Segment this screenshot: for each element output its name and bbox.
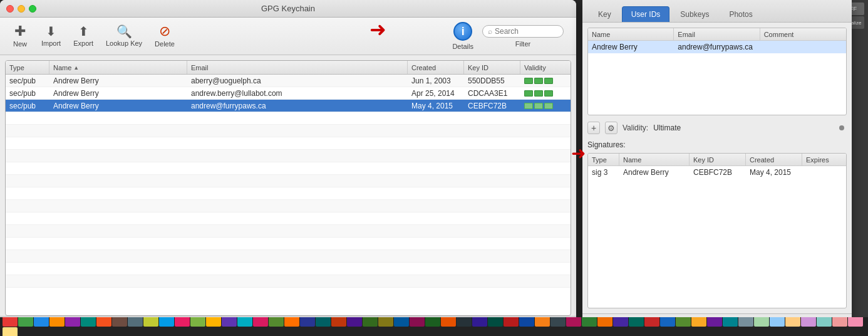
- validity-bar: [544, 103, 553, 109]
- taskbar-item[interactable]: [660, 317, 675, 327]
- uid-name: Andrew Berry: [588, 41, 674, 53]
- table-row-empty: [6, 125, 571, 137]
- sig-col-type: Type: [588, 154, 619, 165]
- details-button[interactable]: i Details: [446, 19, 480, 53]
- taskbar-item[interactable]: [457, 317, 472, 327]
- uid-col-comment: Comment: [760, 28, 846, 40]
- table-row[interactable]: sec/pub Andrew Berry andrew.berry@lullab…: [6, 87, 571, 100]
- add-user-id-button[interactable]: +: [587, 122, 600, 134]
- taskbar-item[interactable]: [222, 317, 237, 327]
- uid-email: andrew@furrypaws.ca: [674, 41, 760, 53]
- tab-key[interactable]: Key: [589, 6, 621, 22]
- signatures-table: Type Name Key ID Created Expires sig 3 A…: [587, 153, 847, 308]
- col-name: Name ▲: [49, 61, 187, 74]
- taskbar-item[interactable]: [190, 317, 205, 327]
- taskbar-item[interactable]: [425, 317, 440, 327]
- taskbar-item[interactable]: [613, 317, 628, 327]
- taskbar-item[interactable]: [143, 317, 158, 327]
- table-row[interactable]: sec/pub Andrew Berry andrew@furrypaws.ca…: [6, 100, 571, 112]
- validity-bar: [524, 78, 533, 84]
- taskbar-item[interactable]: [34, 317, 49, 327]
- taskbar-item[interactable]: [566, 317, 581, 327]
- taskbar-item[interactable]: [3, 327, 18, 337]
- uid-comment: [760, 41, 846, 53]
- maximize-button[interactable]: [29, 5, 36, 13]
- taskbar-item[interactable]: [550, 317, 566, 327]
- taskbar-item[interactable]: [128, 317, 143, 327]
- taskbar-item[interactable]: [300, 317, 315, 327]
- taskbar-item[interactable]: [159, 317, 174, 327]
- taskbar-item[interactable]: [253, 317, 268, 327]
- taskbar-item[interactable]: [441, 317, 456, 327]
- taskbar-item[interactable]: [410, 317, 425, 327]
- taskbar-item[interactable]: [738, 317, 753, 327]
- filter-label: Filter: [515, 40, 530, 48]
- taskbar-item[interactable]: [96, 317, 111, 327]
- taskbar-item[interactable]: [597, 317, 612, 327]
- taskbar-item[interactable]: [691, 317, 706, 327]
- validity-bar: [544, 90, 553, 97]
- taskbar-item[interactable]: [472, 317, 487, 327]
- close-button[interactable]: [6, 5, 14, 13]
- tab-user-ids[interactable]: User IDs: [622, 6, 670, 22]
- taskbar-item[interactable]: [832, 317, 847, 327]
- taskbar-item[interactable]: [504, 317, 519, 327]
- taskbar-item[interactable]: [817, 317, 832, 327]
- new-label: New: [13, 40, 27, 48]
- taskbar-item[interactable]: [535, 317, 550, 327]
- taskbar-item[interactable]: [801, 317, 816, 327]
- export-label: Export: [73, 39, 93, 47]
- sig-col-name: Name: [619, 154, 690, 165]
- taskbar-item[interactable]: [848, 317, 863, 327]
- taskbar-item[interactable]: [644, 317, 659, 327]
- taskbar-item[interactable]: [770, 317, 785, 327]
- taskbar-item[interactable]: [363, 317, 378, 327]
- taskbar-item[interactable]: [378, 317, 393, 327]
- taskbar-item[interactable]: [49, 317, 65, 327]
- taskbar-item[interactable]: [582, 317, 597, 327]
- gear-button[interactable]: ⚙: [605, 122, 617, 134]
- taskbar-item[interactable]: [284, 317, 299, 327]
- taskbar-item[interactable]: [112, 317, 127, 327]
- taskbar-item[interactable]: [707, 317, 722, 327]
- sig-col-created: Created: [746, 154, 802, 165]
- taskbar-item[interactable]: [18, 317, 33, 327]
- sig-header: Type Name Key ID Created Expires: [588, 154, 846, 166]
- new-button[interactable]: ✚ New: [6, 22, 34, 50]
- export-button[interactable]: ⬆ Export: [68, 23, 98, 50]
- export-icon: ⬆: [78, 25, 89, 38]
- sig-row[interactable]: sig 3 Andrew Berry CEBFC72B May 4, 2015: [588, 166, 846, 179]
- taskbar-item[interactable]: [676, 317, 691, 327]
- search-box: ⌕ Filter: [482, 25, 564, 48]
- delete-button[interactable]: ⊘ Delete: [150, 22, 180, 50]
- taskbar-item[interactable]: [723, 317, 738, 327]
- taskbar-item[interactable]: [394, 317, 409, 327]
- taskbar-item[interactable]: [519, 317, 534, 327]
- taskbar-item[interactable]: [347, 317, 362, 327]
- row2-validity: [520, 87, 571, 99]
- taskbar-item[interactable]: [269, 317, 284, 327]
- taskbar-item[interactable]: [785, 317, 800, 327]
- taskbar-item[interactable]: [331, 317, 346, 327]
- taskbar-item[interactable]: [206, 317, 221, 327]
- row2-created: Apr 25, 2014: [408, 87, 464, 99]
- taskbar-item[interactable]: [629, 317, 644, 327]
- search-input[interactable]: [495, 27, 551, 36]
- import-button[interactable]: ⬇ Import: [36, 23, 66, 50]
- row3-created: May 4, 2015: [408, 100, 464, 112]
- taskbar-item[interactable]: [81, 317, 96, 327]
- taskbar-item[interactable]: [316, 317, 331, 327]
- taskbar-item[interactable]: [175, 317, 190, 327]
- taskbar-item[interactable]: [754, 317, 769, 327]
- lookup-key-button[interactable]: 🔍 Lookup Key: [101, 23, 147, 50]
- taskbar-item[interactable]: [237, 317, 252, 327]
- taskbar-item[interactable]: [3, 317, 18, 327]
- taskbar-item[interactable]: [488, 317, 503, 327]
- taskbar-item[interactable]: [65, 317, 80, 327]
- user-id-row[interactable]: Andrew Berry andrew@furrypaws.ca: [588, 41, 846, 53]
- table-row[interactable]: sec/pub Andrew Berry aberry@uoguelph.ca …: [6, 75, 571, 87]
- tab-subkeys[interactable]: Subkeys: [671, 6, 718, 22]
- minimize-button[interactable]: [18, 5, 25, 13]
- user-ids-header: Name Email Comment: [588, 28, 846, 41]
- tab-photos[interactable]: Photos: [720, 6, 762, 22]
